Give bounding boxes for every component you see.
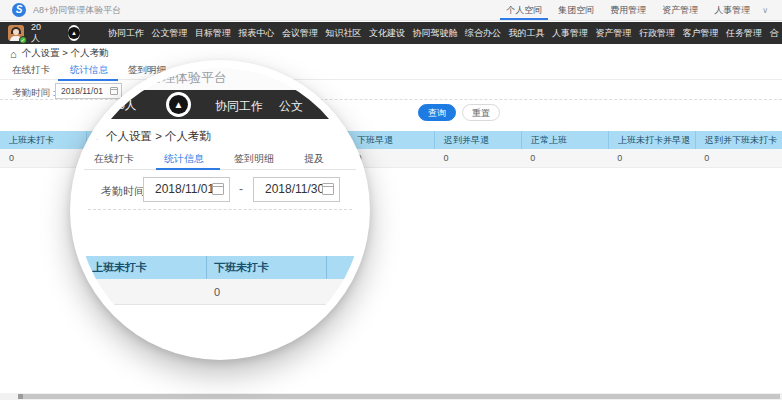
user-label: 20人 [31,22,42,45]
lens-date-from-input[interactable]: 2018/11/01 [143,177,230,202]
online-status-icon: ✓ [19,36,27,44]
lens-tab-mention-partial[interactable]: 提及 [304,152,324,166]
home-icon[interactable]: ⌂ [10,48,17,60]
lens-active-tab-underline [156,168,220,170]
lens-range-separator: - [239,182,243,196]
table-cell: 0 [0,149,87,167]
lens-tab-signin-detail[interactable]: 签到明细 [234,152,274,166]
top-bar: S A8+协同管理体验平台 个人空间 集团空间 费用管理 资产管理 人事管理 ∨ [0,0,782,21]
search-button[interactable]: 查询 [418,104,456,121]
date-from-value: 2018/11/01 [61,86,103,96]
lens-table-row: 0 0 [78,279,362,305]
col-header: 迟到并早退 [435,131,522,149]
lens-breadcrumb: 个人设置 > 个人考勤 [106,129,211,144]
lens-col-separator [326,256,327,279]
nav-item-culture[interactable]: 文化建设 [365,22,408,44]
top-menu-item-asset[interactable]: 资产管理 [654,0,706,20]
lens-table-cell: 0 [214,279,220,305]
horizontal-scrollbar-cap[interactable] [18,394,23,399]
horizontal-scrollbar-thumb[interactable] [18,394,780,399]
table-cell: 0 [695,149,782,167]
nav-item-knowledge[interactable]: 知识社区 [322,22,365,44]
top-menu-item-personal-space[interactable]: 个人空间 [498,0,550,20]
nav-item-cockpit[interactable]: 协同驾驶舱 [409,22,461,44]
table-cell: 0 [608,149,695,167]
lens-table-header-row: 上班未打卡 下班未打卡 [78,256,362,279]
tab-bar: 在线打卡 统计信息 签到明细 [0,62,782,80]
date-from-input[interactable]: 2018/11/01 [55,83,122,99]
lens-nav-item-collab[interactable]: 协同工作 [215,98,263,115]
lens-nav-item-doc-partial[interactable]: 公文 [279,98,303,115]
lens-form-divider [88,209,352,210]
nav-item-official-doc[interactable]: 公文管理 [148,22,191,44]
magnifier-lens: 同管理体验平台 ✓ 20人 ▲ 协同工作 公文 ⌂ 个人设置 > 个人考勤 [70,60,370,360]
lens-date-to-input[interactable]: 2018/11/30 [253,177,340,202]
nav-item-task[interactable]: 任务管理 [722,22,765,44]
top-menu-item-hr[interactable]: 人事管理 [706,0,758,20]
col-header: 迟到并下班未打卡 [696,131,782,149]
nav-item-asset[interactable]: 资产管理 [592,22,635,44]
breadcrumb: ⌂ 个人设置 > 个人考勤 [10,47,108,60]
screen: S A8+协同管理体验平台 个人空间 集团空间 费用管理 资产管理 人事管理 ∨… [0,0,782,400]
lens-calendar-icon[interactable] [212,183,224,195]
lens-col-header: 上班未打卡 [92,256,147,279]
v5-home-icon[interactable]: ▲ [68,25,80,41]
nav-item-goal[interactable]: 目标管理 [191,22,234,44]
lens-date-to-value: 2018/11/30 [265,182,324,196]
nav-item-customer[interactable]: 客户管理 [679,22,722,44]
nav-item-tools[interactable]: 我的工具 [505,22,548,44]
top-menu: 个人空间 集团空间 费用管理 资产管理 人事管理 ∨ [498,0,782,20]
nav-items: 协同工作 公文管理 目标管理 报表中心 会议管理 知识社区 文化建设 协同驾驶舱… [104,22,782,44]
col-header: 下班早退 [348,131,435,149]
nav-item-report[interactable]: 报表中心 [235,22,278,44]
lens-tab-statistics[interactable]: 统计信息 [164,152,204,166]
col-header: 上班未打卡并早退 [609,131,696,149]
main-nav-bar: ✓ 20人 ▲ 协同工作 公文管理 目标管理 报表中心 会议管理 知识社区 文化… [0,22,782,44]
top-menu-item-expense[interactable]: 费用管理 [602,0,654,20]
nav-item-meeting[interactable]: 会议管理 [278,22,321,44]
table-cell: 0 [434,149,521,167]
lens-calendar-icon[interactable] [322,183,334,195]
avatar-face [13,29,19,35]
table-cell: 0 [521,149,608,167]
chevron-down-icon[interactable]: ∨ [758,6,772,15]
nav-item-contract-clipped[interactable]: 合 [766,22,782,44]
col-header: 上班未打卡 [0,131,87,149]
lens-tab-online-punch[interactable]: 在线打卡 [94,152,134,166]
lens-user-label: 20人 [112,98,136,113]
lens-col-header: 下班未打卡 [214,256,269,279]
magnifier-lens-content: 同管理体验平台 ✓ 20人 ▲ 协同工作 公文 ⌂ 个人设置 > 个人考勤 [78,68,362,352]
top-menu-item-group-space[interactable]: 集团空间 [550,0,602,20]
nav-item-office[interactable]: 综合办公 [461,22,504,44]
col-header: 正常上班 [522,131,609,149]
nav-item-hr[interactable]: 人事管理 [548,22,591,44]
tab-statistics[interactable]: 统计信息 [70,62,108,79]
lens-tab-bar: 在线打卡 统计信息 签到明细 提及 [78,150,362,170]
tab-online-punch[interactable]: 在线打卡 [12,62,50,79]
nav-item-admin[interactable]: 行政管理 [635,22,678,44]
lens-date-from-value: 2018/11/01 [155,182,214,196]
breadcrumb-text: 个人设置 > 个人考勤 [22,47,109,60]
seeyon-logo-icon: S [12,3,26,17]
lens-v5-home-icon[interactable]: ▲ [166,92,191,117]
avatar[interactable]: ✓ [8,25,24,41]
lens-table-cell: 0 [92,279,98,305]
calendar-icon[interactable] [110,87,118,95]
reset-button[interactable]: 重置 [462,104,500,121]
lens-online-status-icon: ✓ [98,108,108,118]
nav-item-collab[interactable]: 协同工作 [104,22,147,44]
app-title: A8+协同管理体验平台 [33,4,121,17]
lens-col-separator [206,256,207,279]
